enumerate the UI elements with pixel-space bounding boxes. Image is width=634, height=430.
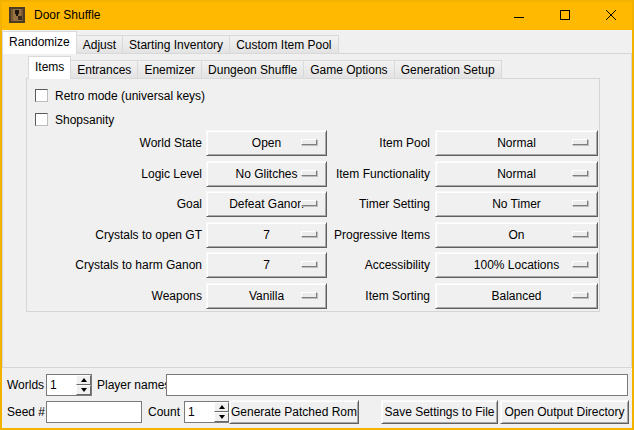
crystals-gt-label: Crystals to open GT	[30, 222, 202, 248]
close-icon	[605, 9, 617, 21]
tab-randomize[interactable]: Randomize	[2, 31, 77, 54]
dropdown-indicator-icon	[572, 261, 588, 267]
crystals-ganon-dropdown[interactable]: 7	[206, 252, 327, 278]
worlds-spinner[interactable]	[46, 374, 92, 396]
close-button[interactable]	[588, 0, 634, 30]
progressive-items-label: Progressive Items	[316, 222, 430, 248]
maximize-button[interactable]	[542, 0, 588, 30]
titlebar[interactable]: Door Shuffle	[0, 0, 634, 30]
accessibility-label: Accessibility	[316, 252, 430, 278]
checkbox-icon	[35, 113, 48, 126]
option-row: Logic Level No Glitches Item Functionali…	[0, 161, 634, 187]
crystals-ganon-label: Crystals to harm Ganon	[30, 252, 202, 278]
caption-buttons	[496, 0, 634, 30]
sub-tab-bar: Items Entrances Enemizer Dungeon Shuffle…	[28, 56, 501, 79]
dropdown-indicator-icon	[301, 200, 317, 206]
logic-level-label: Logic Level	[30, 161, 202, 187]
tab-dungeon-shuffle[interactable]: Dungeon Shuffle	[201, 60, 304, 79]
up-arrow-icon	[219, 405, 225, 409]
count-input[interactable]	[185, 402, 214, 422]
seed-input[interactable]	[46, 401, 142, 423]
tab-label: Generation Setup	[401, 63, 495, 77]
world-state-label: World State	[30, 130, 202, 156]
count-label: Count	[148, 401, 180, 423]
player-names-input[interactable]	[166, 374, 628, 396]
tab-starting-inventory[interactable]: Starting Inventory	[122, 35, 230, 54]
main-tab-bar: Randomize Adjust Starting Inventory Cust…	[2, 31, 338, 54]
tab-label: Game Options	[310, 63, 387, 77]
dropdown-indicator-icon	[301, 292, 317, 298]
option-row: Crystals to harm Ganon 7 Accessibility 1…	[0, 252, 634, 278]
dropdown-indicator-icon	[572, 200, 588, 206]
logic-level-dropdown[interactable]: No Glitches	[206, 161, 327, 187]
retro-mode-checkbox[interactable]: Retro mode (universal keys)	[35, 87, 205, 104]
option-row: Weapons Vanilla Item Sorting Balanced	[0, 283, 634, 309]
minimize-button[interactable]	[496, 0, 542, 30]
tab-game-options[interactable]: Game Options	[303, 60, 394, 79]
count-spinner[interactable]	[184, 401, 230, 423]
dropdown-indicator-icon	[301, 139, 317, 145]
timer-setting-dropdown[interactable]: No Timer	[435, 191, 598, 217]
worlds-up-button[interactable]	[76, 375, 91, 385]
tab-label: Adjust	[83, 38, 116, 52]
dropdown-indicator-icon	[572, 170, 588, 176]
option-row: Crystals to open GT 7 Progressive Items …	[0, 222, 634, 248]
spinner-arrows	[76, 375, 91, 395]
dropdown-indicator-icon	[572, 139, 588, 145]
count-down-button[interactable]	[214, 412, 229, 422]
tab-entrances[interactable]: Entrances	[70, 60, 138, 79]
item-sorting-label: Item Sorting	[316, 283, 430, 309]
seed-label: Seed #	[7, 401, 45, 423]
worlds-down-button[interactable]	[76, 385, 91, 395]
generate-patched-rom-button[interactable]: Generate Patched Rom	[229, 400, 359, 424]
world-state-dropdown[interactable]: Open	[206, 130, 327, 156]
dropdown-indicator-icon	[301, 261, 317, 267]
tab-label: Randomize	[9, 35, 70, 49]
tab-label: Starting Inventory	[129, 38, 223, 52]
checkbox-icon	[35, 89, 48, 102]
down-arrow-icon	[81, 388, 87, 392]
weapons-dropdown[interactable]: Vanilla	[206, 283, 327, 309]
app-window: Door Shuffle Randomize Adjust	[0, 0, 634, 430]
open-output-directory-button[interactable]: Open Output Directory	[500, 400, 629, 424]
tab-label: Enemizer	[144, 63, 195, 77]
down-arrow-icon	[219, 415, 225, 419]
worlds-label: Worlds	[7, 374, 44, 396]
dropdown-indicator-icon	[301, 231, 317, 237]
option-row: World State Open Item Pool Normal	[0, 130, 634, 156]
dropdown-indicator-icon	[301, 170, 317, 176]
worlds-input[interactable]	[47, 375, 76, 395]
maximize-icon	[559, 9, 571, 21]
dropdown-indicator-icon	[572, 292, 588, 298]
tab-label: Entrances	[77, 63, 131, 77]
item-pool-dropdown[interactable]: Normal	[435, 130, 598, 156]
window-title: Door Shuffle	[34, 8, 101, 22]
tab-label: Dungeon Shuffle	[208, 63, 297, 77]
goal-dropdown[interactable]: Defeat Ganon	[206, 191, 327, 217]
weapons-label: Weapons	[30, 283, 202, 309]
tab-label: Items	[35, 60, 64, 74]
save-settings-button[interactable]: Save Settings to File	[381, 400, 498, 424]
tab-adjust[interactable]: Adjust	[76, 35, 123, 54]
tab-items[interactable]: Items	[28, 56, 71, 79]
item-functionality-label: Item Functionality	[316, 161, 430, 187]
minimize-icon	[513, 9, 525, 21]
progressive-items-dropdown[interactable]: On	[435, 222, 598, 248]
dropdown-indicator-icon	[572, 231, 588, 237]
checkbox-label: Retro mode (universal keys)	[55, 89, 205, 103]
tab-generation-setup[interactable]: Generation Setup	[394, 60, 502, 79]
item-sorting-dropdown[interactable]: Balanced	[435, 283, 598, 309]
crystals-gt-dropdown[interactable]: 7	[206, 222, 327, 248]
goal-label: Goal	[30, 191, 202, 217]
tab-enemizer[interactable]: Enemizer	[137, 60, 202, 79]
shopsanity-checkbox[interactable]: Shopsanity	[35, 111, 114, 128]
count-up-button[interactable]	[214, 402, 229, 412]
checkbox-label: Shopsanity	[55, 113, 114, 127]
spinner-arrows	[214, 402, 229, 422]
tab-label: Custom Item Pool	[236, 38, 331, 52]
accessibility-dropdown[interactable]: 100% Locations	[435, 252, 598, 278]
timer-setting-label: Timer Setting	[316, 191, 430, 217]
tab-custom-item-pool[interactable]: Custom Item Pool	[229, 35, 338, 54]
option-row: Goal Defeat Ganon Timer Setting No Timer	[0, 191, 634, 217]
item-functionality-dropdown[interactable]: Normal	[435, 161, 598, 187]
